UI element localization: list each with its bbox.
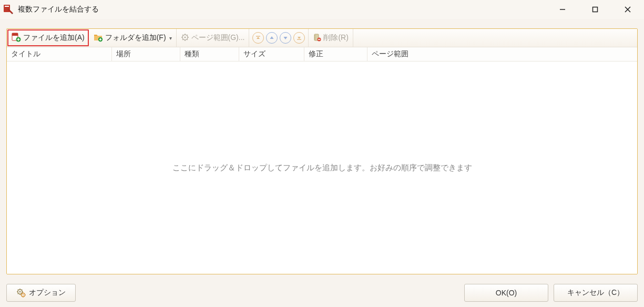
move-top-button[interactable] xyxy=(252,32,264,44)
svg-point-28 xyxy=(314,37,315,38)
svg-point-27 xyxy=(314,35,315,36)
folder-add-icon xyxy=(94,33,103,44)
ok-button[interactable]: OK(O) xyxy=(464,284,548,302)
column-location[interactable]: 場所 xyxy=(112,47,180,61)
add-folder-button[interactable]: フォルダを追加(F) ▾ xyxy=(89,29,177,47)
svg-point-29 xyxy=(314,38,315,39)
svg-line-41 xyxy=(18,293,18,294)
move-up-button[interactable] xyxy=(266,32,278,44)
add-folder-label: フォルダを追加(F) xyxy=(105,33,166,43)
column-modified[interactable]: 修正 xyxy=(304,47,367,61)
toolbar: ファイルを追加(A) フォルダを追加(F) ▾ xyxy=(7,29,637,47)
svg-line-38 xyxy=(18,290,18,290)
svg-rect-1 xyxy=(5,6,9,7)
page-range-label: ページ範囲(G)... xyxy=(191,33,245,43)
column-title[interactable]: タイトル xyxy=(7,47,112,61)
reorder-controls xyxy=(249,29,309,47)
column-size[interactable]: サイズ xyxy=(239,47,304,61)
svg-point-33 xyxy=(19,291,21,293)
svg-rect-7 xyxy=(12,33,18,36)
pdf-add-icon xyxy=(12,33,21,44)
close-button[interactable] xyxy=(611,0,644,19)
gear-small-icon xyxy=(181,33,189,43)
svg-line-20 xyxy=(182,35,183,35)
app-icon xyxy=(3,4,14,15)
delete-label: 削除(R) xyxy=(323,33,348,43)
maximize-button[interactable] xyxy=(579,0,611,19)
svg-point-43 xyxy=(23,294,24,295)
drop-area[interactable]: ここにドラッグ＆ドロップしてファイルを追加します。お好みの順序で調整できます xyxy=(7,62,637,274)
bottom-bar: オプション OK(O) キャンセル（C） xyxy=(0,279,644,307)
svg-line-23 xyxy=(182,39,183,39)
column-type[interactable]: 種類 xyxy=(180,47,239,61)
file-list-panel: ファイルを追加(A) フォルダを追加(F) ▾ xyxy=(6,28,638,274)
move-down-button[interactable] xyxy=(280,32,291,44)
add-file-label: ファイルを追加(A) xyxy=(23,33,85,43)
svg-line-22 xyxy=(187,35,187,35)
chevron-down-icon: ▾ xyxy=(169,35,172,41)
cancel-button[interactable]: キャンセル（C） xyxy=(554,284,638,302)
ok-label: OK(O) xyxy=(496,289,517,297)
svg-line-21 xyxy=(187,39,187,39)
svg-rect-3 xyxy=(593,7,598,12)
window-title: 複数ファイルを結合する xyxy=(18,5,99,14)
titlebar: 複数ファイルを結合する xyxy=(0,0,644,19)
page-range-button[interactable]: ページ範囲(G)... xyxy=(177,29,250,47)
add-file-button[interactable]: ファイルを追加(A) xyxy=(7,29,89,46)
options-button[interactable]: オプション xyxy=(6,284,76,302)
move-bottom-button[interactable] xyxy=(293,32,305,44)
dialog-window: 複数ファイルを結合する xyxy=(0,0,644,307)
content-area: ファイルを追加(A) フォルダを追加(F) ▾ xyxy=(0,19,644,279)
table-header: タイトル 場所 種類 サイズ 修正 ページ範囲 xyxy=(7,47,637,62)
column-range[interactable]: ページ範囲 xyxy=(367,47,637,61)
options-label: オプション xyxy=(29,288,66,298)
cancel-label: キャンセル（C） xyxy=(567,288,624,298)
window-controls xyxy=(546,0,644,19)
delete-icon xyxy=(313,33,321,43)
svg-point-15 xyxy=(184,36,186,38)
minimize-button[interactable] xyxy=(546,0,579,19)
svg-line-40 xyxy=(22,290,22,290)
delete-button[interactable]: 削除(R) xyxy=(309,29,353,47)
gear-icon xyxy=(16,288,26,298)
drop-hint-text: ここにドラッグ＆ドロップしてファイルを追加します。お好みの順序で調整できます xyxy=(172,163,472,173)
